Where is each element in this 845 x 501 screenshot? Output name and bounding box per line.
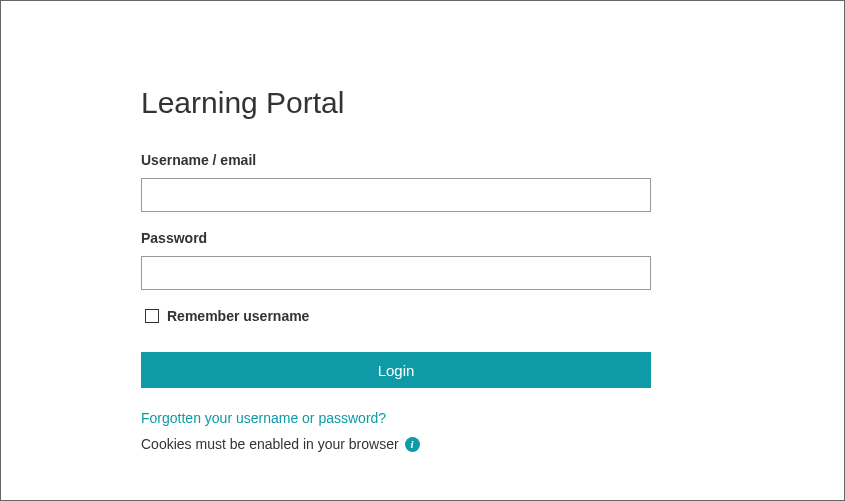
cookies-notice: Cookies must be enabled in your browser … — [141, 436, 541, 452]
username-field-group: Username / email — [141, 152, 541, 212]
remember-label: Remember username — [167, 308, 309, 324]
password-input[interactable] — [141, 256, 651, 290]
username-label: Username / email — [141, 152, 541, 168]
cookies-text: Cookies must be enabled in your browser — [141, 436, 399, 452]
remember-row: Remember username — [141, 308, 541, 324]
remember-checkbox[interactable] — [145, 309, 159, 323]
username-input[interactable] — [141, 178, 651, 212]
password-field-group: Password — [141, 230, 541, 290]
login-button[interactable]: Login — [141, 352, 651, 388]
forgot-password-link[interactable]: Forgotten your username or password? — [141, 410, 541, 426]
password-label: Password — [141, 230, 541, 246]
page-title: Learning Portal — [141, 86, 541, 120]
info-icon[interactable]: i — [405, 437, 420, 452]
login-container: Learning Portal Username / email Passwor… — [1, 1, 681, 492]
